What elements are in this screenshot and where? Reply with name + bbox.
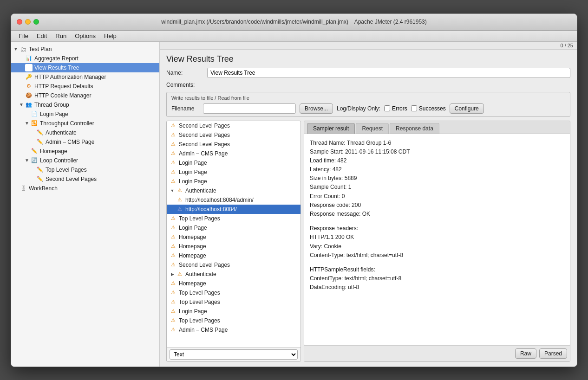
sidebar-item-login-page[interactable]: 📄 Login Page [11,109,159,119]
listener-icon: VR [25,64,33,71]
toggle-arrow: ▼ [24,158,30,163]
result-row[interactable]: ⚠ Admin – CMS Page [167,325,301,335]
warning-icon: ⚠ [170,252,177,259]
result-row[interactable]: ⚠ Second Level Pages [167,140,301,149]
main-content: 0 / 25 View Results Tree Name: Comments:… [160,42,577,367]
result-row[interactable]: ⚠ Login Page [167,223,301,232]
tc-icon: 🔁 [31,120,38,127]
counter-value: 0 / 25 [560,43,573,48]
sidebar-label: HTTP Authorization Manager [34,74,106,80]
window-title: windmill_plan.jmx (/Users/brandon/code/w… [161,19,427,25]
file-row: Filename Browse... Log/Display Only: Err… [171,103,565,114]
filename-input[interactable] [203,103,296,114]
sidebar-item-test-plan[interactable]: ▼ 🗂 Test Plan [11,45,159,54]
auth2-icon: ✏️ [36,129,44,136]
result-row[interactable]: ⚠ Login Page [167,307,301,316]
toggle-spacer [13,186,19,191]
toggle-spacer [19,56,24,61]
response-code: Response code: 200 [310,201,564,210]
menu-file[interactable]: File [15,32,32,40]
sidebar-item-cookie-manager[interactable]: 🍪 HTTP Cookie Manager [11,91,159,100]
sidebar-item-thread-group[interactable]: ▼ 👥 Thread Group [11,100,159,109]
result-row[interactable]: ⚠ Homepage [167,279,301,288]
sidebar-item-workbench[interactable]: 🗄 WorkBench [11,184,159,193]
result-content-area: Thread Name: Thread Group 1-6 Sample Sta… [304,134,570,345]
warning-icon: ⚠ [170,141,177,148]
httpsample-fields: HTTPSampleResult fields: [310,265,564,274]
menu-edit[interactable]: Edit [33,32,51,40]
sidebar-label: Test Plan [29,46,52,52]
name-row: Name: [160,66,577,80]
result-row[interactable]: ⚠ Top Level Pages [167,288,301,297]
sidebar-item-view-results-tree[interactable]: VR View Results Tree [11,63,159,72]
result-row-authenticate2[interactable]: ▶ ⚠ Authenticate [167,270,301,279]
result-row[interactable]: ⚠ Homepage [167,242,301,251]
errors-checkbox[interactable] [384,105,390,111]
sidebar-item-throughput-controller[interactable]: ▼ 🔁 Throughput Controller [11,119,159,128]
result-row[interactable]: ⚠ Second Level Pages [167,260,301,270]
result-row[interactable]: ⚠ Top Level Pages [167,214,301,223]
menu-help[interactable]: Help [100,32,120,40]
sidebar-item-http-req-defaults[interactable]: ⚙ HTTP Request Defaults [11,82,159,91]
data-encoding: DataEncoding: utf-8 [310,283,564,292]
file-group-legend: Write results to file / Read from file [171,95,565,101]
content-type: Content-Type: text/html; charset=utf-8 [310,251,564,260]
menu-options[interactable]: Options [71,32,99,40]
sidebar-item-homepage[interactable]: ✏️ Homepage [11,147,159,156]
sidebar-item-aggregate-report[interactable]: 📊 Aggregate Report [11,54,159,63]
configure-button[interactable]: Configure [450,103,484,114]
result-row[interactable]: ⚠ Admin – CMS Page [167,149,301,158]
result-row[interactable]: ⚠ Second Level Pages [167,121,301,130]
warning-icon: ⚠ [176,187,183,194]
tg-icon: 👥 [25,101,33,109]
warning-icon: ⚠ [170,122,177,129]
sidebar-label: HTTP Request Defaults [34,83,93,90]
format-dropdown[interactable]: Text HTML JSON XML [170,349,298,360]
tab-response-data[interactable]: Response data [390,123,439,134]
result-row-admin-url[interactable]: ⚠ http://localhost:8084/admin/ [167,195,301,205]
result-row-url-selected[interactable]: ⚠ http://localhost:8084/ [167,205,301,214]
result-detail-panel: Sampler result Request Response data Thr… [304,121,570,362]
warning-icon: ⚠ [176,196,183,204]
result-row[interactable]: ⚠ Top Level Pages [167,316,301,325]
panel-title: View Results Tree [160,50,577,66]
tab-sampler-result[interactable]: Sampler result [307,123,355,134]
sidebar-item-http-auth[interactable]: 🔑 HTTP Authorization Manager [11,72,159,82]
toggle-spacer [19,65,24,71]
sidebar-label: View Results Tree [34,64,79,71]
sidebar-item-top-level-pages[interactable]: ✏️ Top Level Pages [11,165,159,174]
toggle-spacer [19,84,24,89]
raw-button[interactable]: Raw [515,348,536,359]
warning-icon: ⚠ [170,224,177,232]
successes-checkbox[interactable] [411,105,417,111]
result-row[interactable]: ⚠ Homepage [167,232,301,242]
parsed-button[interactable]: Parsed [539,348,567,359]
result-row[interactable]: ⚠ Login Page [167,167,301,177]
result-row-authenticate[interactable]: ▼ ⚠ Authenticate [167,186,301,195]
sidebar-item-loop-controller[interactable]: ▼ 🔄 Loop Controller [11,156,159,165]
warning-icon: ⚠ [176,206,183,213]
auth-icon: 🔑 [25,73,33,81]
close-button[interactable] [17,19,22,25]
browse-button[interactable]: Browse... [300,103,333,114]
result-row[interactable]: ⚠ Login Page [167,158,301,167]
toggle-arrow: ▼ [19,102,24,108]
toggle-spacer [30,139,35,145]
maximize-button[interactable] [33,19,39,25]
tab-request[interactable]: Request [356,123,389,134]
menu-run[interactable]: Run [52,32,70,40]
minimize-button[interactable] [25,19,31,25]
sidebar-item-authenticate[interactable]: ✏️ Authenticate [11,128,159,137]
sidebar-item-second-level-pages[interactable]: ✏️ Second Level Pages [11,174,159,184]
result-row[interactable]: ⚠ Top Level Pages [167,297,301,307]
warning-icon: ⚠ [170,317,177,324]
sidebar-label: Aggregate Report [34,55,78,62]
result-row[interactable]: ⚠ Homepage [167,251,301,260]
result-row[interactable]: ⚠ Second Level Pages [167,130,301,140]
sidebar-item-admin-cms[interactable]: ✏️ Admin – CMS Page [11,137,159,147]
successes-label: Successes [419,105,446,112]
result-row[interactable]: ⚠ Login Page [167,177,301,186]
toggle-spacer [24,111,30,117]
name-input[interactable] [207,68,570,78]
sidebar-label: Homepage [40,148,67,155]
